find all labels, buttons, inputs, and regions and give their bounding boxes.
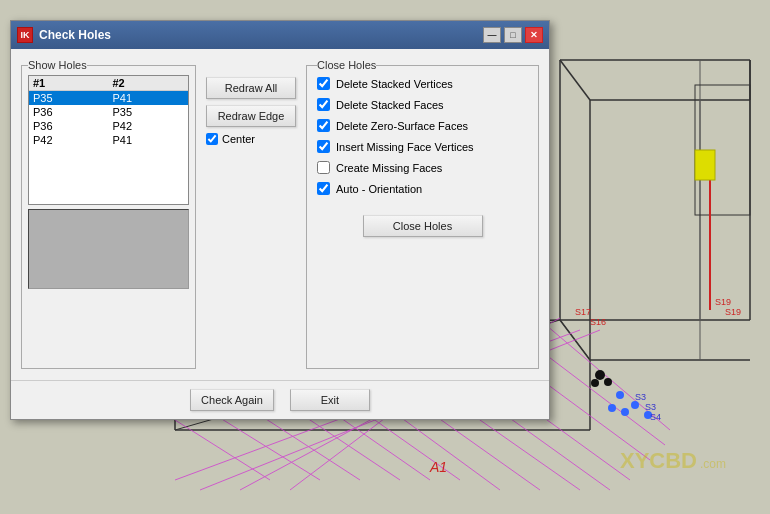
row2-col1: P36 (29, 105, 109, 119)
gray-display-area (28, 209, 189, 289)
col2-header: #2 (109, 76, 189, 91)
middle-panel: Redraw All Redraw Edge Center (206, 59, 296, 369)
close-holes-panel: Close Holes Delete Stacked Vertices Dele… (306, 59, 539, 369)
opt-label-2: Delete Zero-Surface Faces (336, 120, 468, 132)
row3-col2: P42 (109, 119, 189, 133)
dialog-body: Show Holes #1 #2 P35 P41 P3 (11, 49, 549, 379)
app-icon: IK (17, 27, 33, 43)
close-button[interactable]: ✕ (525, 27, 543, 43)
svg-text:S3: S3 (645, 402, 656, 412)
row1-col2: P41 (109, 91, 189, 106)
close-holes-button[interactable]: Close Holes (363, 215, 483, 237)
redraw-edge-button[interactable]: Redraw Edge (206, 105, 296, 127)
redraw-all-button[interactable]: Redraw All (206, 77, 296, 99)
option-row-5: Auto - Orientation (317, 182, 528, 195)
row1-col1: P35 (29, 91, 109, 106)
svg-point-42 (621, 408, 629, 416)
col1-header: #1 (29, 76, 109, 91)
option-row-0: Delete Stacked Vertices (317, 77, 528, 90)
center-label: Center (222, 133, 255, 145)
opt-auto-orientation[interactable] (317, 182, 330, 195)
center-checkbox-row: Center (206, 133, 296, 145)
close-holes-label: Close Holes (317, 59, 376, 71)
holes-table: #1 #2 P35 P41 P36 P35 P36 (29, 76, 188, 147)
opt-label-0: Delete Stacked Vertices (336, 78, 453, 90)
check-again-button[interactable]: Check Again (190, 389, 274, 411)
table-row[interactable]: P36 P42 (29, 119, 188, 133)
opt-delete-stacked-faces[interactable] (317, 98, 330, 111)
dialog-title: Check Holes (39, 28, 483, 42)
svg-point-41 (631, 401, 639, 409)
titlebar-buttons: — □ ✕ (483, 27, 543, 43)
row3-col1: P36 (29, 119, 109, 133)
svg-text:.com: .com (700, 457, 726, 471)
minimize-button[interactable]: — (483, 27, 501, 43)
dialog-footer: Check Again Exit (11, 380, 549, 419)
opt-label-3: Insert Missing Face Vertices (336, 141, 474, 153)
table-row[interactable]: P42 P41 (29, 133, 188, 147)
svg-text:A1: A1 (429, 459, 447, 475)
center-checkbox[interactable] (206, 133, 218, 145)
svg-point-40 (616, 391, 624, 399)
table-header-row: #1 #2 (29, 76, 188, 91)
svg-point-45 (595, 370, 605, 380)
close-holes-options: Delete Stacked Vertices Delete Stacked F… (317, 77, 528, 195)
svg-rect-15 (695, 150, 715, 180)
close-holes-btn-row: Close Holes (317, 215, 528, 237)
opt-label-1: Delete Stacked Faces (336, 99, 444, 111)
option-row-1: Delete Stacked Faces (317, 98, 528, 111)
option-row-3: Insert Missing Face Vertices (317, 140, 528, 153)
svg-point-46 (604, 378, 612, 386)
dialog-titlebar[interactable]: IK Check Holes — □ ✕ (11, 21, 549, 49)
opt-delete-zero-surface[interactable] (317, 119, 330, 132)
svg-text:XYCBD: XYCBD (620, 448, 697, 473)
svg-text:S17: S17 (575, 307, 591, 317)
opt-label-5: Auto - Orientation (336, 183, 422, 195)
opt-insert-missing[interactable] (317, 140, 330, 153)
holes-list[interactable]: #1 #2 P35 P41 P36 P35 P36 (28, 75, 189, 205)
check-holes-dialog: IK Check Holes — □ ✕ Show Holes #1 #2 (10, 20, 550, 420)
option-row-2: Delete Zero-Surface Faces (317, 119, 528, 132)
opt-delete-stacked-vertices[interactable] (317, 77, 330, 90)
table-row[interactable]: P35 P41 (29, 91, 188, 106)
svg-text:S3: S3 (635, 392, 646, 402)
svg-text:S19: S19 (715, 297, 731, 307)
row2-col2: P35 (109, 105, 189, 119)
opt-create-missing[interactable] (317, 161, 330, 174)
exit-button[interactable]: Exit (290, 389, 370, 411)
svg-text:S4: S4 (650, 412, 661, 422)
row4-col2: P41 (109, 133, 189, 147)
opt-label-4: Create Missing Faces (336, 162, 442, 174)
svg-point-47 (591, 379, 599, 387)
maximize-button[interactable]: □ (504, 27, 522, 43)
svg-text:S19: S19 (725, 307, 741, 317)
show-holes-label: Show Holes (28, 59, 87, 71)
option-row-4: Create Missing Faces (317, 161, 528, 174)
svg-text:S16: S16 (590, 317, 606, 327)
table-row[interactable]: P36 P35 (29, 105, 188, 119)
row4-col1: P42 (29, 133, 109, 147)
show-holes-panel: Show Holes #1 #2 P35 P41 P3 (21, 59, 196, 369)
svg-point-43 (608, 404, 616, 412)
